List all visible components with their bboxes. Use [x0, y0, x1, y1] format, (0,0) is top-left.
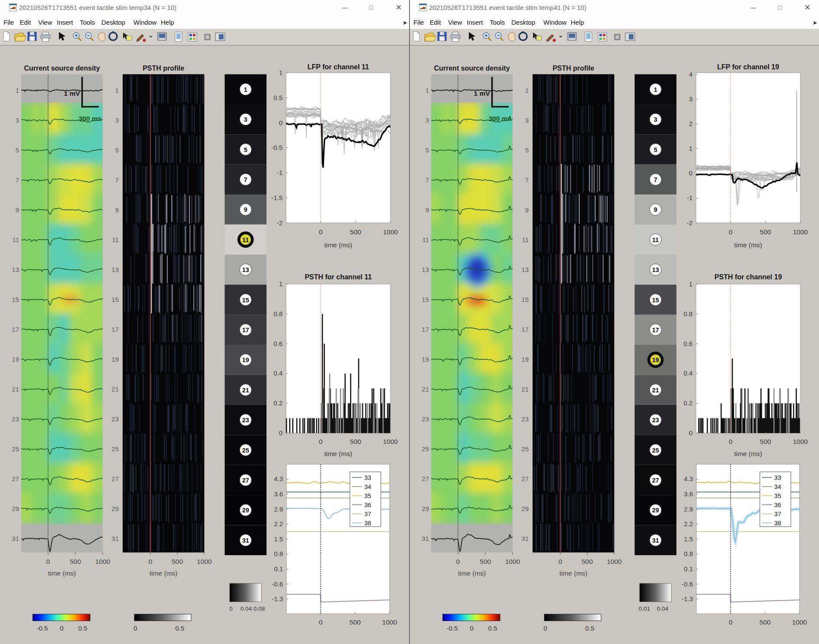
svg-text:13: 13 [12, 266, 19, 273]
svg-text:0.8: 0.8 [683, 310, 692, 317]
svg-text:19: 19 [521, 356, 529, 363]
svg-text:23: 23 [12, 415, 19, 423]
svg-text:500: 500 [760, 618, 771, 626]
svg-text:7: 7 [16, 176, 19, 184]
svg-text:0.6: 0.6 [273, 340, 283, 347]
svg-text:27: 27 [12, 475, 19, 482]
svg-text:time (ms): time (ms) [734, 450, 762, 457]
svg-text:3: 3 [426, 117, 429, 124]
svg-text:7: 7 [654, 176, 657, 183]
svg-text:2.2: 2.2 [684, 520, 693, 527]
svg-text:1: 1 [654, 86, 657, 93]
svg-text:17: 17 [111, 326, 119, 333]
svg-text:7: 7 [426, 176, 429, 184]
svg-text:-0.6: -0.6 [682, 580, 693, 588]
svg-text:13: 13 [521, 266, 529, 273]
svg-text:23: 23 [521, 415, 529, 423]
svg-text:27: 27 [242, 477, 249, 484]
svg-text:2: 2 [689, 120, 692, 127]
svg-text:0.4: 0.4 [273, 369, 283, 377]
svg-text:5: 5 [654, 146, 657, 153]
svg-text:1: 1 [689, 145, 692, 152]
svg-text:13: 13 [242, 266, 249, 273]
svg-text:0.01: 0.01 [639, 605, 650, 612]
svg-text:-0.5: -0.5 [447, 625, 458, 632]
svg-text:27: 27 [652, 477, 659, 484]
svg-text:0: 0 [456, 558, 460, 565]
svg-text:1: 1 [426, 87, 429, 94]
svg-text:time (ms): time (ms) [458, 570, 486, 577]
svg-text:0.5: 0.5 [488, 625, 497, 632]
svg-text:9: 9 [654, 206, 657, 213]
svg-text:0: 0 [729, 618, 733, 626]
svg-text:0: 0 [559, 558, 562, 565]
svg-text:25: 25 [422, 445, 429, 453]
svg-text:19: 19 [652, 356, 659, 363]
svg-text:25: 25 [242, 447, 249, 454]
svg-text:0.04: 0.04 [657, 605, 669, 612]
svg-text:15: 15 [422, 296, 429, 303]
svg-text:21: 21 [521, 385, 529, 393]
svg-text:11: 11 [422, 236, 429, 243]
svg-text:LFP for channel 19: LFP for channel 19 [717, 63, 779, 71]
svg-text:9: 9 [244, 206, 247, 213]
svg-text:0: 0 [46, 558, 50, 565]
svg-text:Current source density: Current source density [434, 65, 510, 72]
svg-text:13: 13 [652, 266, 659, 273]
svg-text:0.08: 0.08 [254, 605, 265, 612]
svg-text:15: 15 [521, 296, 529, 303]
svg-text:PSTH profile: PSTH profile [143, 65, 184, 72]
svg-text:23: 23 [242, 417, 249, 424]
svg-text:0: 0 [229, 605, 233, 612]
svg-text:21: 21 [652, 387, 659, 394]
svg-text:4.3: 4.3 [684, 475, 693, 482]
svg-text:0: 0 [689, 169, 692, 177]
svg-text:-0.5: -0.5 [271, 144, 283, 151]
svg-text:time (ms): time (ms) [734, 241, 762, 249]
svg-text:0.1: 0.1 [274, 565, 283, 573]
svg-text:7: 7 [244, 176, 247, 183]
svg-text:3: 3 [115, 117, 119, 124]
svg-text:36: 36 [364, 502, 371, 508]
svg-text:time (ms): time (ms) [150, 570, 178, 577]
svg-text:3.6: 3.6 [274, 490, 283, 498]
svg-text:21: 21 [242, 387, 249, 394]
svg-text:34: 34 [774, 483, 781, 490]
svg-text:500: 500 [760, 228, 771, 236]
svg-text:19: 19 [242, 356, 249, 363]
svg-text:38: 38 [774, 520, 781, 527]
svg-text:1000: 1000 [383, 438, 398, 445]
svg-text:1000: 1000 [607, 558, 622, 565]
svg-text:500: 500 [172, 558, 183, 565]
svg-text:500: 500 [350, 228, 361, 236]
svg-text:23: 23 [652, 417, 659, 424]
svg-text:0.5: 0.5 [273, 94, 283, 101]
svg-text:-1.5: -1.5 [271, 194, 283, 201]
svg-text:time (ms): time (ms) [48, 570, 76, 577]
svg-text:31: 31 [521, 535, 529, 542]
svg-text:0: 0 [319, 618, 323, 626]
svg-text:1000: 1000 [383, 228, 398, 236]
svg-text:-1: -1 [687, 194, 692, 201]
svg-text:5: 5 [244, 146, 247, 153]
svg-text:0.8: 0.8 [273, 310, 283, 317]
svg-text:11: 11 [12, 236, 19, 243]
svg-text:0.04: 0.04 [240, 605, 252, 612]
svg-text:0: 0 [149, 558, 153, 565]
svg-text:2.9: 2.9 [274, 505, 283, 513]
svg-text:-1.3: -1.3 [682, 595, 693, 602]
svg-text:300 ms: 300 ms [489, 115, 512, 122]
svg-text:17: 17 [521, 326, 529, 333]
svg-text:17: 17 [242, 327, 249, 333]
svg-text:3.6: 3.6 [684, 490, 693, 498]
svg-text:11: 11 [652, 236, 659, 243]
svg-text:31: 31 [111, 535, 119, 542]
svg-text:33: 33 [364, 474, 371, 481]
svg-text:11: 11 [522, 236, 529, 243]
svg-text:29: 29 [12, 505, 19, 512]
svg-text:35: 35 [364, 492, 371, 499]
svg-text:1: 1 [279, 280, 283, 288]
svg-text:300 ms: 300 ms [79, 115, 102, 122]
svg-text:0: 0 [319, 228, 323, 236]
svg-text:29: 29 [422, 505, 429, 512]
